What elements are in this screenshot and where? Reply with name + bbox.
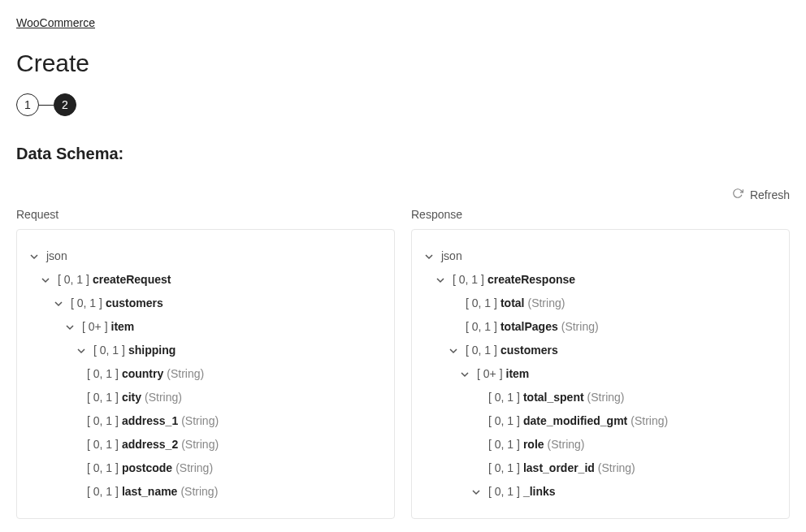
field-name: address_1 xyxy=(122,413,178,430)
node-label: json xyxy=(441,248,462,265)
cardinality: [ 0, 1 ] xyxy=(466,342,497,359)
chevron-down-icon[interactable] xyxy=(53,298,64,309)
step-1[interactable]: 1 xyxy=(16,93,39,116)
field-name: item xyxy=(111,318,135,335)
refresh-button[interactable]: Refresh xyxy=(732,188,790,201)
tree-node-lastname[interactable]: [ 0, 1 ] last_name (String) xyxy=(28,480,383,504)
tree-node-createresponse[interactable]: [ 0, 1 ] createResponse xyxy=(423,268,778,292)
cardinality: [ 0, 1 ] xyxy=(488,389,520,406)
refresh-label: Refresh xyxy=(750,188,790,201)
chevron-down-icon[interactable] xyxy=(435,275,446,286)
tree-node-links[interactable]: [ 0, 1 ] _links xyxy=(423,480,778,504)
field-name: total xyxy=(500,295,525,312)
field-name: customers xyxy=(106,295,163,312)
field-type: (String) xyxy=(180,483,218,500)
chevron-down-icon[interactable] xyxy=(76,345,87,357)
field-name: last_order_id xyxy=(523,460,595,477)
cardinality: [ 0, 1 ] xyxy=(87,436,119,453)
tree-node-item[interactable]: [ 0+ ] item xyxy=(28,315,383,339)
tree-node-city[interactable]: [ 0, 1 ] city (String) xyxy=(28,386,383,409)
cardinality: [ 0, 1 ] xyxy=(488,483,520,500)
chevron-down-icon[interactable] xyxy=(423,251,435,262)
field-name: totalPages xyxy=(500,318,558,335)
tree-node-createrequest[interactable]: [ 0, 1 ] createRequest xyxy=(28,268,383,292)
response-schema-box: json [ 0, 1 ] createResponse [ 0, 1 ] to… xyxy=(411,229,790,519)
chevron-down-icon[interactable] xyxy=(448,345,459,357)
cardinality: [ 0, 1 ] xyxy=(466,318,497,335)
cardinality: [ 0, 1 ] xyxy=(87,483,119,500)
field-type: (String) xyxy=(561,318,599,335)
tree-node-address2[interactable]: [ 0, 1 ] address_2 (String) xyxy=(28,433,383,456)
field-name: country xyxy=(122,365,163,383)
field-type: (String) xyxy=(176,460,213,477)
tree-node-role[interactable]: [ 0, 1 ] role (String) xyxy=(423,433,778,456)
section-title: Data Schema: xyxy=(16,145,790,163)
field-name: customers xyxy=(500,342,558,359)
cardinality: [ 0, 1 ] xyxy=(93,342,125,359)
stepper: 1 2 xyxy=(16,93,790,116)
breadcrumb[interactable]: WooCommerce xyxy=(16,16,95,29)
field-type: (String) xyxy=(598,460,635,477)
field-type: (String) xyxy=(587,389,625,406)
chevron-down-icon[interactable] xyxy=(470,487,482,498)
field-name: last_name xyxy=(122,483,177,500)
cardinality: [ 0, 1 ] xyxy=(87,365,119,383)
field-type: (String) xyxy=(548,436,585,453)
tree-node-country[interactable]: [ 0, 1 ] country (String) xyxy=(28,362,383,386)
field-name: createRequest xyxy=(93,271,171,288)
cardinality: [ 0, 1 ] xyxy=(453,271,484,288)
field-type: (String) xyxy=(527,295,565,312)
refresh-icon xyxy=(732,188,743,201)
tree-node-postcode[interactable]: [ 0, 1 ] postcode (String) xyxy=(28,456,383,480)
tree-node-customers[interactable]: [ 0, 1 ] customers xyxy=(423,339,778,362)
tree-node-address1[interactable]: [ 0, 1 ] address_1 (String) xyxy=(28,409,383,433)
request-schema-box: json [ 0, 1 ] createRequest [ 0, 1 ] cus… xyxy=(16,229,395,519)
field-name: postcode xyxy=(122,460,172,477)
tree-node-lastorderid[interactable]: [ 0, 1 ] last_order_id (String) xyxy=(423,456,778,480)
cardinality: [ 0, 1 ] xyxy=(488,413,520,430)
cardinality: [ 0, 1 ] xyxy=(87,413,119,430)
cardinality: [ 0, 1 ] xyxy=(87,389,119,406)
cardinality: [ 0, 1 ] xyxy=(71,295,102,312)
field-name: _links xyxy=(523,483,556,500)
field-name: date_modified_gmt xyxy=(523,413,627,430)
page-title: Create xyxy=(16,50,790,77)
field-name: item xyxy=(506,365,530,383)
field-type: (String) xyxy=(181,436,219,453)
cardinality: [ 0, 1 ] xyxy=(488,436,520,453)
field-name: role xyxy=(523,436,544,453)
field-type: (String) xyxy=(181,413,219,430)
step-2[interactable]: 2 xyxy=(54,93,76,116)
chevron-down-icon[interactable] xyxy=(459,369,470,380)
tree-node-datemodified[interactable]: [ 0, 1 ] date_modified_gmt (String) xyxy=(423,409,778,433)
tree-node-totalspent[interactable]: [ 0, 1 ] total_spent (String) xyxy=(423,386,778,409)
chevron-down-icon[interactable] xyxy=(40,275,51,286)
field-name: address_2 xyxy=(122,436,178,453)
cardinality: [ 0, 1 ] xyxy=(466,295,497,312)
tree-node-total[interactable]: [ 0, 1 ] total (String) xyxy=(423,292,778,315)
chevron-down-icon[interactable] xyxy=(64,322,76,333)
response-label: Response xyxy=(411,208,790,221)
tree-node-shipping[interactable]: [ 0, 1 ] shipping xyxy=(28,339,383,362)
field-type: (String) xyxy=(630,413,668,430)
field-name: createResponse xyxy=(488,271,575,288)
request-column: Request json [ 0, 1 ] createRequest [ xyxy=(16,208,395,519)
field-name: total_spent xyxy=(523,389,584,406)
chevron-down-icon[interactable] xyxy=(28,251,40,262)
tree-node-json[interactable]: json xyxy=(28,244,383,268)
tree-node-item[interactable]: [ 0+ ] item xyxy=(423,362,778,386)
tree-node-json[interactable]: json xyxy=(423,244,778,268)
request-label: Request xyxy=(16,208,395,221)
field-name: shipping xyxy=(128,342,176,359)
tree-node-customers[interactable]: [ 0, 1 ] customers xyxy=(28,292,383,315)
cardinality: [ 0+ ] xyxy=(82,318,108,335)
cardinality: [ 0+ ] xyxy=(477,365,503,383)
step-connector xyxy=(39,105,54,106)
field-type: (String) xyxy=(167,365,204,383)
tree-node-totalpages[interactable]: [ 0, 1 ] totalPages (String) xyxy=(423,315,778,339)
field-type: (String) xyxy=(145,389,182,406)
field-name: city xyxy=(122,389,141,406)
cardinality: [ 0, 1 ] xyxy=(87,460,119,477)
node-label: json xyxy=(46,248,67,265)
cardinality: [ 0, 1 ] xyxy=(58,271,89,288)
